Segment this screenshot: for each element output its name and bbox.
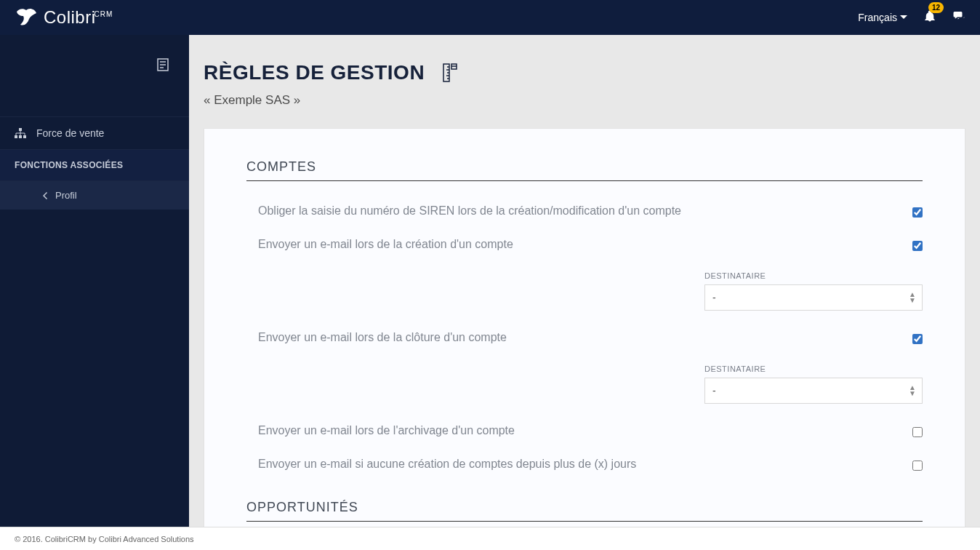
document-icon[interactable] [157,58,169,71]
page-subtitle: « Exemple SAS » [204,93,965,108]
chat-icon [952,9,965,23]
rule-row: Envoyer un e-mail lors de l'archivage d'… [246,424,923,437]
destinataire-select-close[interactable]: - ▲▼ [704,378,923,404]
field-label: DESTINATAIRE [704,364,923,373]
top-header: ColibriCRM Français 12 [0,0,980,35]
rule-checkbox-archive-email[interactable] [912,427,923,437]
sidebar-sub-profile[interactable]: Profil [0,181,189,210]
select-value: - [712,292,716,303]
svg-rect-6 [19,135,22,138]
rule-label: Envoyer un e-mail lors de l'archivage d'… [258,424,912,437]
select-value: - [712,385,716,396]
sidebar: Force de vente FONCTIONS ASSOCIÉES Profi… [0,35,189,527]
rule-label: Envoyer un e-mail lors de la création d'… [258,238,912,251]
select-arrows-icon: ▲▼ [909,292,916,303]
rules-card: COMPTES Obliger la saisie du numéro de S… [204,128,965,527]
rule-checkbox-close-email[interactable] [912,334,923,344]
notifications-button[interactable]: 12 [923,9,936,25]
svg-rect-7 [23,135,26,138]
page-title: RÈGLES DE GESTION [204,61,425,84]
rule-row: Envoyer un e-mail lors de la création d'… [246,238,923,251]
language-label: Français [858,12,897,23]
rule-label: Envoyer un e-mail lors de la clôture d'u… [258,331,912,344]
notification-badge: 12 [928,2,944,13]
destinataire-field: DESTINATAIRE - ▲▼ [704,271,923,311]
chevron-down-icon [900,15,907,20]
rule-row: Envoyer un e-mail lors de la clôture d'u… [246,331,923,344]
sidebar-section-label: FONCTIONS ASSOCIÉES [0,149,189,181]
org-chart-icon [15,128,26,138]
sidebar-sub-label: Profil [55,190,77,201]
footer-text: © 2016. ColibriCRM by Colibri Advanced S… [15,535,194,543]
destinataire-field: DESTINATAIRE - ▲▼ [704,364,923,404]
header-actions: Français 12 [858,9,965,25]
rule-label: Obliger la saisie du numéro de SIREN lor… [258,204,912,218]
logo[interactable]: ColibriCRM [15,6,113,29]
rule-row: Obliger la saisie du numéro de SIREN lor… [246,204,923,218]
chat-button[interactable] [952,9,965,25]
footer: © 2016. ColibriCRM by Colibri Advanced S… [0,527,980,550]
rule-checkbox-siren[interactable] [912,207,923,218]
sidebar-item-sales[interactable]: Force de vente [0,116,189,149]
ruler-icon [442,63,458,82]
destinataire-select-create[interactable]: - ▲▼ [704,284,923,311]
svg-rect-5 [15,135,17,138]
chevron-left-icon [42,192,48,199]
language-selector[interactable]: Français [858,12,907,23]
logo-text: ColibriCRM [44,7,113,28]
bird-icon [15,6,38,29]
section-title-comptes: COMPTES [246,159,923,181]
sidebar-item-label: Force de vente [36,127,104,139]
rule-label: Envoyer un e-mail si aucune création de … [258,458,912,471]
select-arrows-icon: ▲▼ [909,385,916,396]
sidebar-top [0,35,189,116]
section-title-opportunites: OPPORTUNITÉS [246,500,923,522]
rule-row: Envoyer un e-mail si aucune création de … [246,458,923,471]
field-label: DESTINATAIRE [704,271,923,280]
rule-checkbox-create-email[interactable] [912,241,923,251]
svg-rect-4 [19,128,22,131]
main-content: RÈGLES DE GESTION « Exemple SAS » COMPTE… [189,35,980,527]
rule-checkbox-inactive-email[interactable] [912,461,923,471]
page-header: RÈGLES DE GESTION « Exemple SAS » [189,35,980,128]
